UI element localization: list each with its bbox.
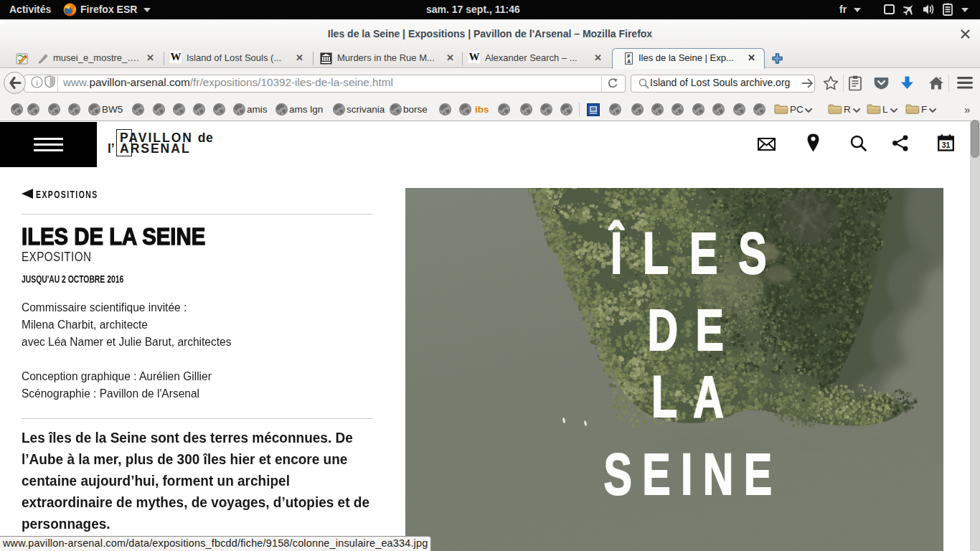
svg-text:i: i	[36, 78, 38, 87]
svg-text:A: A	[627, 59, 631, 64]
svg-text:31: 31	[942, 141, 951, 149]
svg-text:P: P	[627, 54, 631, 59]
